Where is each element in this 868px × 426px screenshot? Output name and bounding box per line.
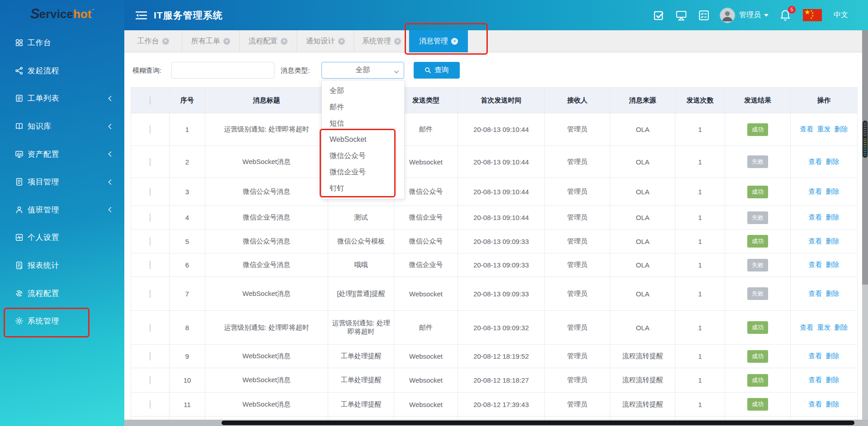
- message-source: OLA: [610, 253, 675, 277]
- tab-all-tickets[interactable]: 所有工单×: [182, 30, 240, 52]
- delete-link[interactable]: 删除: [826, 352, 840, 360]
- send-count: 1: [675, 178, 725, 206]
- dropdown-option[interactable]: WebSocket: [322, 131, 404, 148]
- sidebar-item-label: 系统管理: [28, 316, 59, 326]
- view-link[interactable]: 查看: [809, 213, 822, 221]
- vertical-scrollbar-track-lower[interactable]: [862, 285, 868, 426]
- dropdown-option[interactable]: 微信公众号: [322, 148, 404, 164]
- delete-link[interactable]: 删除: [826, 187, 840, 195]
- dropdown-option[interactable]: 短信: [322, 115, 404, 131]
- row-checkbox[interactable]: [150, 213, 151, 222]
- screen-share-icon[interactable]: [675, 9, 687, 21]
- user-avatar[interactable]: [720, 8, 735, 23]
- row-checkbox[interactable]: [150, 323, 151, 332]
- select-all-checkbox[interactable]: [150, 96, 151, 105]
- view-link[interactable]: 查看: [809, 352, 822, 360]
- actions-cell: 查看删除: [791, 229, 858, 253]
- tab-message-mgmt[interactable]: 消息管理×: [409, 30, 468, 52]
- view-link[interactable]: 查看: [809, 187, 822, 195]
- view-link[interactable]: 查看: [809, 261, 822, 268]
- sidebar-item-asset-config[interactable]: 资产配置: [0, 140, 124, 168]
- close-icon[interactable]: ×: [338, 38, 345, 45]
- language-switch[interactable]: 中文: [834, 10, 848, 20]
- menu-fold-icon[interactable]: [135, 10, 147, 21]
- message-type-select[interactable]: 全部: [321, 62, 404, 79]
- row-select-cell: [131, 345, 170, 368]
- row-select-cell: [131, 311, 170, 345]
- message-title: 运营级别通知: 处理即将超时: [205, 113, 328, 146]
- empty-cell: [675, 417, 725, 420]
- actions-cell: 查看删除: [791, 146, 858, 178]
- delete-link[interactable]: 删除: [835, 323, 848, 331]
- sidebar-item-process-config[interactable]: 流程配置: [0, 279, 124, 307]
- dropdown-option[interactable]: 钉钉: [322, 180, 404, 197]
- delete-link[interactable]: 删除: [826, 213, 840, 221]
- tab-process-config[interactable]: 流程配置×: [240, 30, 297, 52]
- view-link[interactable]: 查看: [800, 125, 814, 133]
- view-link[interactable]: 查看: [809, 290, 822, 297]
- page-title: IT服务管理系统: [154, 9, 223, 22]
- view-link[interactable]: 查看: [809, 237, 822, 245]
- search-button[interactable]: 查询: [414, 62, 460, 79]
- sidebar-item-start-process[interactable]: 发起流程: [0, 57, 124, 85]
- dropdown-option[interactable]: 全部: [322, 83, 404, 99]
- message-type-dropdown: 全部邮件短信WebSocket微信公众号微信企业号钉钉: [321, 80, 405, 199]
- resend-link[interactable]: 重发: [817, 125, 831, 133]
- send-result-cell: 失败: [725, 253, 791, 277]
- row-checkbox[interactable]: [150, 125, 151, 134]
- result-badge: 成功: [747, 123, 768, 136]
- sidebar-item-project-mgmt[interactable]: 项目管理: [0, 168, 124, 196]
- close-icon[interactable]: ×: [162, 38, 169, 45]
- cn-flag-icon[interactable]: ★ ★ ★ ★ ★: [803, 9, 822, 21]
- row-checkbox[interactable]: [150, 261, 151, 269]
- user-name[interactable]: 管理员: [739, 10, 761, 20]
- notifications-bell[interactable]: 5: [779, 9, 791, 22]
- close-icon[interactable]: ×: [281, 38, 288, 45]
- view-link[interactable]: 查看: [809, 158, 822, 165]
- delete-link[interactable]: 删除: [826, 158, 840, 165]
- message-content: 运营级别通知: 处理即将超时: [328, 311, 394, 345]
- delete-link[interactable]: 删除: [826, 261, 840, 268]
- dropdown-option[interactable]: 邮件: [322, 99, 404, 115]
- delete-link[interactable]: 删除: [826, 237, 840, 245]
- tab-notify-design[interactable]: 通知设计×: [297, 30, 354, 52]
- sidebar-item-system-mgmt[interactable]: 系统管理: [0, 307, 124, 335]
- row-checkbox[interactable]: [150, 352, 151, 360]
- tab-system-mgmt[interactable]: 系统管理×: [354, 30, 409, 52]
- close-icon[interactable]: ×: [394, 38, 401, 45]
- delete-link[interactable]: 删除: [826, 400, 840, 408]
- todo-list-icon[interactable]: [698, 9, 710, 21]
- sidebar-item-label: 流程配置: [28, 288, 59, 299]
- row-checkbox[interactable]: [150, 237, 151, 246]
- table-row: 6微信企业号消息哦哦微信企业号20-08-13 09:09:33管理员OLA1失…: [131, 253, 858, 277]
- task-check-icon[interactable]: [653, 9, 665, 21]
- vertical-scrollbar-thumb[interactable]: [863, 121, 868, 158]
- row-checkbox[interactable]: [150, 187, 151, 196]
- tab-workbench[interactable]: 工作台×: [124, 30, 182, 52]
- dropdown-option[interactable]: 微信企业号: [322, 164, 404, 180]
- fuzzy-query-input[interactable]: [171, 62, 274, 79]
- chevron-down-icon[interactable]: [764, 14, 769, 17]
- view-link[interactable]: 查看: [809, 400, 822, 408]
- chevron-left-icon: [108, 96, 112, 101]
- horizontal-scrollbar-thumb[interactable]: [222, 421, 854, 425]
- delete-link[interactable]: 删除: [826, 376, 840, 384]
- tab-label: 系统管理: [362, 37, 391, 46]
- close-icon[interactable]: ×: [223, 38, 230, 45]
- sidebar-item-report-stats[interactable]: 报表统计: [0, 252, 124, 280]
- sidebar-item-knowledge-base[interactable]: 知识库: [0, 112, 124, 140]
- row-checkbox[interactable]: [150, 290, 151, 298]
- sidebar-item-duty-mgmt[interactable]: 值班管理: [0, 196, 124, 224]
- view-link[interactable]: 查看: [809, 376, 822, 384]
- row-checkbox[interactable]: [150, 376, 151, 384]
- resend-link[interactable]: 重发: [817, 323, 831, 331]
- delete-link[interactable]: 删除: [835, 125, 848, 133]
- view-link[interactable]: 查看: [800, 323, 814, 331]
- sidebar-item-workbench[interactable]: 工作台: [0, 29, 124, 57]
- sidebar-item-personal-setting[interactable]: 个人设置: [0, 224, 124, 252]
- delete-link[interactable]: 删除: [826, 290, 840, 297]
- row-checkbox[interactable]: [150, 158, 151, 166]
- close-icon[interactable]: ×: [451, 38, 458, 45]
- sidebar-item-ticket-list[interactable]: 工单列表: [0, 84, 124, 112]
- row-checkbox[interactable]: [150, 400, 151, 409]
